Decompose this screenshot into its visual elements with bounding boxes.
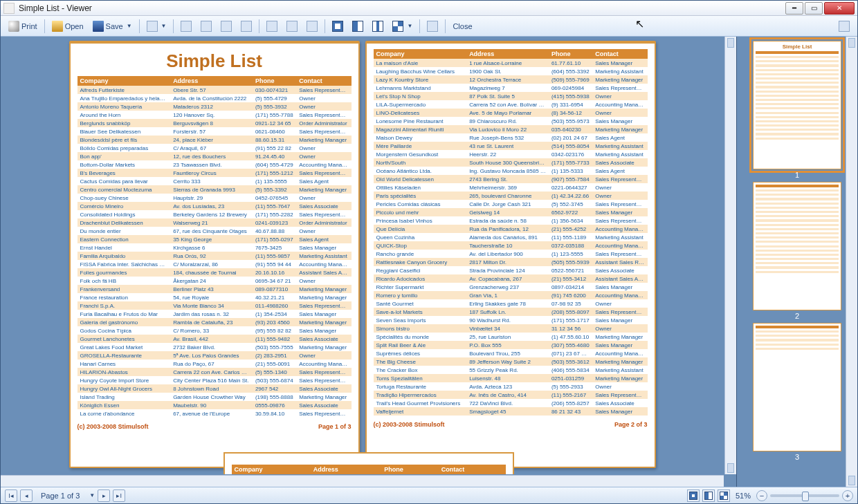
table-cell: Sales Manager [296,310,351,318]
vertical-scrollbar[interactable] [724,37,736,474]
table-cell: (171) 555-1212 [253,169,296,177]
tool-btn-1[interactable] [177,19,195,34]
table-cell: Magazinweg 7 [466,84,549,92]
table-cell: 43 rue St. Laurent [466,142,549,150]
tool-btn-3[interactable] [217,19,235,34]
table-row: Centro comercial MoctezumaSierras de Gra… [77,185,352,194]
table-cell: (509) 555-7969 [549,75,592,84]
thumbnail-label: 3 [795,453,799,461]
table-cell: 0241-039123 [253,218,296,227]
table-row: Lazy K Kountry Store12 Orchestra Terrace… [374,75,648,84]
column-header: Company [374,49,467,59]
save-button[interactable]: Save▼ [89,19,136,34]
table-cell: Richter Supermarkt [374,283,467,291]
table-row: Let's Stop N Shop87 Polk St. Suite 5(415… [374,92,648,100]
toolbar: Print Open Save▼ ▼ ▼ Close [1,16,857,37]
table-cell: (206) 555-8257 [549,399,592,407]
view-mode-2[interactable] [702,489,715,502]
table-row: Ana Trujillo Emparedados y heladosAvda. … [77,94,352,102]
table-cell: (11) 555-2167 [549,391,592,399]
table-row: VaffeljernetSmagsloget 4586 21 32 43Sale… [374,407,648,416]
table-row: Eastern Connection35 King George(171) 55… [77,235,352,243]
prev-page-button[interactable]: ◂ [20,489,33,502]
table-cell: South House 300 Queensbridge [466,158,549,167]
table-cell: QUICK-Stop [374,241,467,250]
table-cell: 20.16.10.16 [253,268,296,277]
table-cell: 89 Jefferson Way Suite 2 [466,357,549,366]
open-button[interactable]: Open [48,19,87,34]
table-row: Bottom-Dollar Markets23 Tsawassen Blvd.(… [77,160,352,169]
print-button[interactable]: Print [5,19,41,34]
table-cell: Owner [296,194,351,202]
table-cell: Avda. de la Constitución 2222 [170,94,253,102]
thumbnails-button[interactable] [283,19,301,34]
last-page-button[interactable]: ▸I [113,489,125,502]
view-mode-3[interactable] [718,489,730,502]
next-page-button[interactable]: ▸ [98,489,110,502]
view-continuous-button[interactable] [349,19,367,34]
bookmarks-button[interactable] [263,19,281,34]
table-cell: Chop-suey Chinese [77,194,171,202]
view-multi-button[interactable]: ▼ [389,19,416,34]
table-cell: Marketing Manager [296,343,351,351]
table-cell: Av. dos Lusíadas, 23 [170,202,253,210]
table-cell: (071) 23 67 22 20 [549,349,592,357]
zoom-slider[interactable] [770,494,839,497]
view-mode-1[interactable] [687,489,700,502]
sendmail-button[interactable]: ▼ [143,19,170,34]
table-cell: Seven Seas Imports [374,316,467,324]
table-cell: Assistant Sales Agent [592,274,647,283]
table-cell: (208) 555-8097 [549,308,592,316]
thumbnail[interactable]: 2 [749,182,846,320]
view-single-button[interactable] [329,19,347,34]
thumbnail[interactable]: 3 [749,323,846,461]
table-cell: 25, rue Lauriston [466,333,549,341]
table-cell: Marketing Manager [296,393,351,401]
thumbnail[interactable]: Simple List1 [749,41,846,179]
table-cell: Owner [592,92,647,100]
table-row: Folies gourmandes184, chaussée de Tourna… [77,268,352,277]
table-row: Mère Paillarde43 rue St. Laurent(514) 55… [374,142,648,150]
table-row: Bólido Comidas preparadasC/ Araquil, 67(… [77,144,352,152]
table-row: Old World Delicatessen2743 Bering St.(90… [374,175,648,183]
table-cell: (1) 123-5555 [549,250,592,258]
table-cell: C/ Romero, 33 [170,326,253,335]
horizontal-scrollbar[interactable] [1,475,724,487]
view-twoup-button[interactable] [369,19,387,34]
find-button[interactable] [303,19,321,34]
close-button[interactable]: ✕ [824,2,855,15]
tool-btn-2[interactable] [197,19,215,34]
table-cell: Ernst Handel [77,243,171,252]
close-viewer-button[interactable]: Close [449,20,475,32]
table-row: Hungry Coyote Import StoreCity Center Pl… [77,376,352,384]
maximize-button[interactable]: ▭ [805,2,823,15]
table-cell: Sales Representative [592,175,647,183]
table-cell: Sales Associate [296,384,351,393]
zoom-in-button[interactable]: + [842,490,853,501]
table-cell: Marketing Manager [592,333,647,341]
table-cell: Sales Representative [592,250,647,258]
table-cell: Via Monte Bianco 34 [170,301,253,310]
table-cell: Maubelstr. 90 [170,401,253,409]
table-cell: (171) 555-1717 [549,316,592,324]
minimize-button[interactable]: ━ [785,2,803,15]
table-cell: Marketing Manager [296,136,351,144]
fullscreen-button[interactable] [423,19,441,34]
first-page-button[interactable]: I◂ [5,489,17,502]
table-cell: Accounting Manager [592,225,647,233]
zoom-out-button[interactable]: − [756,490,767,501]
options-button[interactable] [835,19,853,34]
table-cell: Mataderos 2312 [170,102,253,111]
table-cell: HILARION-Abastos [77,368,171,376]
table-cell: (415) 555-5938 [549,92,592,100]
table-cell: Sales Representative [296,376,351,384]
table-cell: Queen Cozinha [374,233,467,241]
tool-btn-4[interactable] [237,19,255,34]
table-cell: Sales Associate [296,202,351,210]
table-row: Simons bistroVinbæltet 3431 12 34 56Owne… [374,324,648,333]
thumbs-scrollbar[interactable] [846,37,857,487]
page-preview-3: CompanyAddressPhoneContact [223,452,514,474]
table-cell: Reggiani Caseifici [374,266,467,274]
table-row: Tradição HipermercadosAv. Inês de Castro… [374,391,648,399]
chevron-down-icon[interactable]: ▼ [89,492,95,498]
